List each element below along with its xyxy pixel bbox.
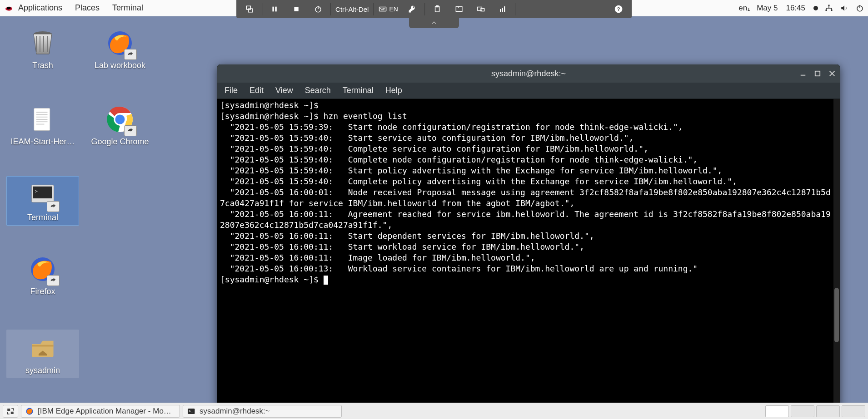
shortcut-arrow-icon — [124, 125, 137, 136]
menu-terminal[interactable]: Terminal — [343, 86, 374, 95]
svg-rect-17 — [381, 10, 385, 10]
terminal-menu[interactable]: Terminal — [112, 3, 143, 13]
kvm-help-icon[interactable]: ? — [608, 2, 629, 16]
svg-rect-14 — [382, 8, 383, 9]
svg-rect-12 — [379, 7, 386, 11]
svg-rect-19 — [436, 6, 439, 7]
svg-rect-25 — [504, 6, 505, 12]
places-menu[interactable]: Places — [75, 3, 100, 13]
kvm-resolution-icon[interactable] — [470, 2, 491, 16]
applications-menu[interactable]: Applications — [18, 3, 62, 13]
taskbar-item-terminal[interactable]: >_ sysadmin@rhdesk:~ — [183, 405, 342, 418]
svg-rect-15 — [383, 8, 384, 9]
terminal-menubar: File Edit View Search Terminal Help — [217, 83, 840, 99]
menu-edit[interactable]: Edit — [249, 86, 264, 95]
terminal-icon: >_ — [27, 179, 59, 211]
kvm-ctrl-alt-del-button[interactable]: Ctrl-Alt-Del — [333, 2, 371, 16]
window-minimize-button[interactable] — [800, 70, 806, 77]
svg-rect-13 — [380, 8, 381, 9]
desktop-icon-label: Lab workbook — [95, 61, 145, 70]
kvm-stop-icon[interactable] — [286, 2, 307, 16]
workspace-4[interactable] — [842, 405, 865, 417]
svg-text:?: ? — [617, 6, 620, 12]
shortcut-arrow-icon — [124, 49, 137, 60]
desktop-icon-chrome[interactable]: Google Chrome — [84, 104, 156, 147]
desktop-icon-label: Firefox — [30, 287, 55, 296]
menu-search[interactable]: Search — [305, 86, 331, 95]
kvm-multiscreen-icon[interactable] — [239, 2, 260, 16]
show-desktop-button[interactable] — [3, 405, 18, 418]
power-icon[interactable] — [855, 4, 864, 13]
desktop-icon-home[interactable]: sysadmin — [6, 330, 79, 378]
window-titlebar[interactable]: sysadmin@rhdesk:~ — [217, 64, 840, 83]
trash-icon — [27, 27, 59, 59]
desktop-icon-label: Google Chrome — [91, 137, 149, 146]
input-source-indicator[interactable]: en₁ — [738, 3, 750, 13]
svg-text:>_: >_ — [35, 188, 41, 194]
svg-rect-9 — [294, 7, 298, 11]
terminal-output[interactable]: [sysadmin@rhdesk ~]$ [sysadmin@rhdesk ~]… — [217, 99, 833, 414]
window-maximize-button[interactable] — [814, 70, 821, 77]
desktop-icon-terminal[interactable]: >_ Terminal — [6, 176, 79, 226]
svg-rect-20 — [456, 7, 462, 12]
scrollbar-thumb[interactable] — [834, 288, 839, 342]
desktop-icon-ieam-start-here[interactable]: IEAM-Start-Her… — [6, 104, 79, 149]
kvm-clipboard-icon[interactable] — [427, 2, 448, 16]
menu-help[interactable]: Help — [385, 86, 402, 95]
notification-dot-icon — [813, 6, 818, 10]
taskbar-item-ibm-edge[interactable]: [IBM Edge Application Manager - Mo… — [21, 405, 180, 418]
desktop-icon-firefox[interactable]: Firefox — [6, 253, 79, 296]
workspace-switcher[interactable] — [765, 405, 865, 417]
kvm-pause-icon[interactable] — [264, 2, 285, 16]
kvm-keyboard-icon[interactable]: EN — [375, 2, 400, 16]
document-icon — [27, 104, 59, 135]
kvm-keyboard-lang: EN — [389, 5, 398, 13]
taskbar-item-label: sysadmin@rhdesk:~ — [200, 407, 270, 416]
svg-rect-45 — [815, 71, 820, 76]
desktop-icon-label: sysadmin — [25, 366, 60, 375]
svg-rect-16 — [384, 8, 385, 9]
kvm-keys-icon[interactable] — [402, 2, 423, 16]
remote-viewer-handle[interactable] — [409, 18, 459, 28]
menu-view[interactable]: View — [275, 86, 293, 95]
window-close-button[interactable] — [829, 70, 835, 77]
desktop-icon-label: IEAM-Start-Her… — [10, 137, 75, 147]
menu-file[interactable]: File — [224, 86, 238, 95]
redhat-logo-icon — [4, 3, 14, 13]
svg-rect-7 — [272, 7, 274, 12]
desktop[interactable]: Trash Lab workbook I — [0, 16, 868, 403]
svg-rect-48 — [7, 409, 10, 411]
taskbar-item-label: [IBM Edge Application Manager - Mo… — [38, 407, 171, 416]
volume-icon[interactable] — [840, 4, 849, 13]
workspace-2[interactable] — [791, 405, 814, 417]
workspace-1[interactable] — [765, 405, 789, 417]
svg-rect-1 — [826, 10, 827, 11]
network-icon[interactable] — [824, 4, 833, 13]
svg-rect-2 — [831, 10, 833, 11]
top-right-tray: en₁ May 5 16:45 — [738, 3, 864, 13]
desktop-icon-lab-workbook[interactable]: Lab workbook — [84, 27, 156, 70]
svg-rect-24 — [502, 8, 503, 12]
terminal-body[interactable]: [sysadmin@rhdesk ~]$ [sysadmin@rhdesk ~]… — [217, 99, 840, 414]
svg-rect-23 — [500, 9, 501, 12]
svg-text:>_: >_ — [189, 409, 194, 413]
firefox-icon — [27, 253, 59, 285]
shortcut-arrow-icon — [47, 201, 60, 212]
desktop-icon-trash[interactable]: Trash — [6, 27, 79, 70]
kvm-stats-icon[interactable] — [492, 2, 513, 16]
terminal-scrollbar[interactable] — [833, 99, 840, 414]
desktop-icon-label: Terminal — [27, 213, 58, 222]
chrome-icon — [104, 104, 136, 135]
firefox-icon — [104, 27, 136, 59]
svg-rect-49 — [11, 411, 14, 414]
svg-rect-8 — [275, 7, 276, 12]
svg-rect-0 — [828, 5, 830, 6]
shortcut-arrow-icon — [47, 275, 60, 286]
terminal-window: sysadmin@rhdesk:~ File Edit View Search … — [217, 64, 840, 414]
workspace-3[interactable] — [816, 405, 840, 417]
clock-time[interactable]: 16:45 — [786, 4, 805, 13]
taskbar: [IBM Edge Application Manager - Mo… >_ s… — [0, 403, 868, 419]
kvm-fit-window-icon[interactable] — [449, 2, 469, 16]
kvm-power-icon[interactable] — [308, 2, 329, 16]
clock-date[interactable]: May 5 — [757, 4, 778, 13]
